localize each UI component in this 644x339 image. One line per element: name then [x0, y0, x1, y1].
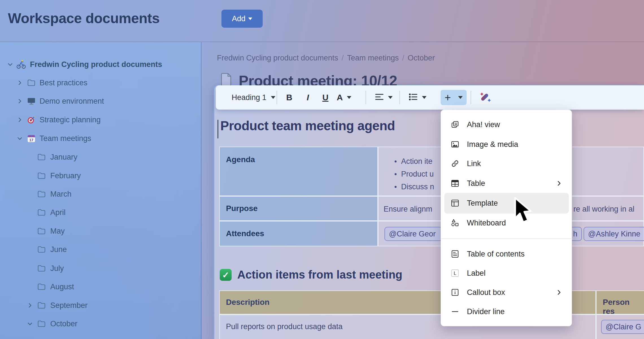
folder-icon	[36, 263, 47, 274]
breadcrumb-separator: /	[341, 54, 344, 62]
menu-item-image-media[interactable]: Image & media	[441, 136, 572, 152]
chevron-right-icon[interactable]	[16, 79, 24, 87]
sidebar-item-best-practices[interactable]: Best practices	[0, 74, 201, 92]
list-dropdown[interactable]	[408, 85, 427, 110]
breadcrumb-team-meetings[interactable]: Team meetings	[347, 54, 399, 62]
sidebar-item-label: October	[50, 320, 77, 328]
italic-button[interactable]: I	[302, 85, 314, 110]
magic-wand-icon	[479, 90, 493, 105]
ai-assistant-button[interactable]	[479, 85, 493, 110]
menu-item-link[interactable]: Link	[441, 156, 572, 171]
alignment-dropdown[interactable]	[375, 85, 393, 110]
folder-icon	[36, 189, 47, 199]
mention-pill[interactable]: @Claire Geor	[384, 227, 443, 241]
calendar-day-number: 17	[29, 138, 33, 142]
text-cursor-caret	[217, 120, 218, 138]
sidebar-item-july[interactable]: July	[0, 259, 201, 277]
sidebar-item-label: April	[50, 208, 66, 217]
purpose-label-cell[interactable]: Purpose	[219, 196, 378, 221]
folder-icon	[36, 226, 47, 236]
folder-icon	[36, 207, 47, 218]
chevron-down-icon	[271, 96, 275, 99]
align-left-icon	[375, 93, 384, 102]
check-mark-icon: ✓	[220, 269, 232, 281]
sidebar-item-label: August	[50, 282, 74, 291]
sidebar-item-may[interactable]: May	[0, 222, 201, 240]
page-doc-icon	[221, 72, 232, 87]
chevron-right-icon	[556, 290, 562, 295]
breadcrumb-workspace[interactable]: Fredwin Cycling product documents	[217, 54, 338, 62]
editor-toolbar: Heading 1 B I U A +	[216, 85, 644, 110]
bullet-list-icon	[408, 93, 418, 102]
plus-icon: +	[445, 92, 451, 103]
sidebar-item-label: Fredwin Cycling product documents	[30, 60, 162, 69]
sidebar-item-october[interactable]: October	[0, 315, 201, 333]
folder-icon	[36, 244, 47, 255]
chevron-right-icon[interactable]	[16, 116, 24, 124]
menu-divider	[441, 238, 572, 239]
menu-item-divider-line[interactable]: Divider line	[441, 304, 572, 320]
text-color-label: A	[337, 93, 343, 102]
chevron-right-icon[interactable]	[16, 97, 24, 105]
chevron-down-icon[interactable]	[16, 134, 24, 142]
underline-button[interactable]: U	[320, 85, 331, 110]
bold-button[interactable]: B	[284, 85, 295, 110]
menu-item-aha-view[interactable]: Aha! view	[441, 117, 572, 132]
page-title: Workspace documents	[8, 10, 160, 27]
menu-item-label[interactable]: L Label	[441, 265, 572, 281]
person-responsible-header-cell[interactable]: Person res	[596, 290, 644, 314]
menu-item-table-of-contents[interactable]: Table of contents	[441, 246, 572, 262]
sidebar-item-april[interactable]: April	[0, 203, 201, 221]
sidebar-item-june[interactable]: June	[0, 240, 201, 258]
aha-view-icon	[451, 120, 460, 129]
sidebar-item-september[interactable]: September	[0, 296, 201, 314]
divider-line-icon	[451, 307, 460, 316]
image-icon	[451, 140, 460, 149]
sidebar-item-march[interactable]: March	[0, 185, 201, 203]
heading-style-dropdown[interactable]: Heading 1	[232, 85, 275, 110]
chevron-down-icon	[388, 96, 393, 99]
bullet-icon	[395, 186, 397, 188]
menu-item-whiteboard[interactable]: Whiteboard	[441, 215, 572, 231]
chevron-right-icon[interactable]	[26, 301, 34, 309]
sidebar-item-label: February	[50, 171, 81, 180]
sidebar-item-february[interactable]: February	[0, 167, 201, 185]
sidebar-item-team-meetings[interactable]: 17 Team meetings	[0, 129, 201, 147]
agenda-label-cell[interactable]: Agenda	[219, 147, 378, 196]
menu-item-table[interactable]: Table	[441, 175, 572, 191]
chevron-down-icon	[458, 96, 463, 99]
sidebar-item-august[interactable]: August	[0, 278, 201, 296]
menu-item-callout-box[interactable]: Callout box	[441, 284, 572, 300]
chevron-down-icon[interactable]	[6, 60, 14, 68]
add-button-label: Add	[232, 14, 245, 23]
person-responsible-data-cell[interactable]: @Claire G	[596, 314, 644, 339]
text-color-dropdown[interactable]: A	[337, 85, 351, 110]
mention-pill[interactable]: @Ashley Kinne	[584, 227, 644, 241]
folder-icon	[36, 152, 47, 162]
sidebar-item-label: January	[50, 153, 77, 162]
sidebar-item-label: Strategic planning	[40, 116, 101, 124]
add-button[interactable]: Add	[221, 10, 263, 28]
content-heading-1[interactable]: Product team meeting agend	[220, 118, 395, 133]
chevron-down-icon[interactable]	[26, 320, 34, 328]
sidebar-item-january[interactable]: January	[0, 148, 201, 166]
chevron-down-icon	[422, 96, 427, 99]
breadcrumb-october[interactable]: October	[408, 54, 435, 62]
sidebar-item-label: Best practices	[40, 79, 88, 87]
bullet-icon	[395, 173, 397, 175]
label-icon: L	[451, 269, 460, 278]
content-heading-2[interactable]: Action items from last meeting	[237, 268, 402, 281]
purpose-text-right: re all working in al	[573, 205, 634, 214]
sidebar-item-label: May	[50, 227, 65, 236]
mention-pill[interactable]: @Claire G	[601, 320, 644, 334]
sidebar-item-demo-environment[interactable]: Demo environment	[0, 92, 201, 110]
chevron-down-icon	[347, 96, 351, 99]
breadcrumb: Fredwin Cycling product documents / Team…	[217, 54, 435, 62]
sidebar-item-label: June	[50, 245, 67, 254]
menu-item-template[interactable]: Template	[441, 195, 572, 211]
attendees-label-cell[interactable]: Attendees	[219, 221, 378, 246]
insert-dropdown-active[interactable]: +	[441, 90, 467, 105]
sidebar-item-workspace-root[interactable]: Fredwin Cycling product documents	[0, 55, 201, 73]
breadcrumb-separator: /	[402, 54, 404, 62]
sidebar-item-strategic-planning[interactable]: Strategic planning	[0, 111, 201, 129]
